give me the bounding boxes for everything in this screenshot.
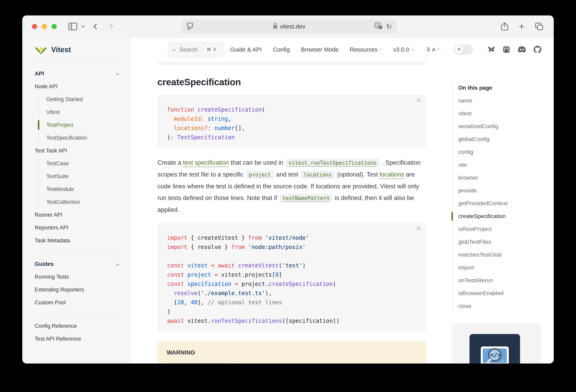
sidebar-item-vitest[interactable]: Vitest — [38, 106, 120, 119]
outline-item-vitest[interactable]: vitest — [458, 107, 547, 120]
discord-icon[interactable] — [518, 46, 526, 53]
sidebar-toggle-icon[interactable] — [68, 23, 77, 30]
outline-item-matchestestglob[interactable]: matchesTestGlob — [458, 248, 547, 261]
code-search-monitor-illustration: </> — [469, 334, 520, 363]
sidebar-item-running-tests[interactable]: Running Tests — [35, 271, 120, 283]
chevron-down-icon — [116, 262, 119, 266]
sidebar-item-testsuite[interactable]: TestSuite — [38, 170, 120, 183]
sidebar-item-node-api[interactable]: Node API — [35, 80, 120, 93]
code-line: const project = vitest.projects[0] — [167, 270, 417, 279]
nav-item-v3-0-0[interactable]: v3.0.0 — [393, 46, 413, 53]
sidebar-item-testproject[interactable]: TestProject — [38, 119, 120, 131]
code-line: [20, 40], // optional test lines — [167, 298, 417, 307]
sidebar-item-reporters-api[interactable]: Reporters API — [35, 221, 120, 234]
sidebar-item-test-task-api[interactable]: Test Task API — [35, 144, 120, 157]
nav-item-resources[interactable]: Resources — [350, 46, 382, 53]
nav-item-browser-mode[interactable]: Browser Mode — [301, 46, 339, 53]
outline-item-vite[interactable]: vite — [458, 158, 547, 171]
url-text: vitest.dev — [280, 23, 305, 30]
doc-paragraph: Create a test specification that can be … — [157, 157, 426, 216]
outline-item-close[interactable]: close — [458, 300, 547, 313]
back-button[interactable] — [94, 25, 98, 29]
new-tab-button[interactable]: + — [519, 22, 524, 31]
site-header: ⌕ Search ⌘ K Guide & APIConfigBrowser Mo… — [131, 38, 554, 61]
sidebar-item-runner-api[interactable]: Runner API — [35, 209, 120, 221]
outline-item-getprovidedcontext[interactable]: getProvidedContext — [458, 197, 547, 210]
outline-item-serializedconfig[interactable]: serializedConfig — [458, 120, 547, 133]
sidebar-item-test-api-reference[interactable]: Test API Reference — [35, 332, 120, 345]
lock-icon — [273, 23, 278, 30]
outline-item-provide[interactable]: provide — [458, 184, 547, 197]
sidebar-item-testmodule[interactable]: TestModule — [38, 183, 120, 196]
code-line: ): TestSpecification — [167, 133, 417, 142]
sidebar-item-custom-pool[interactable]: Custom Pool — [35, 296, 120, 309]
code-link[interactable]: vitest.runTestSpecifications — [286, 159, 379, 167]
chevron-down-icon — [116, 72, 119, 75]
warning-title: WARNING — [167, 349, 417, 356]
back-arrow-icon — [93, 24, 99, 29]
outline-item-createspecification[interactable]: createSpecification — [458, 210, 547, 223]
code-lines: import { createVitest } from 'vitest/nod… — [167, 233, 417, 326]
address-bar[interactable]: vitest.dev Ax̄ ↻ — [182, 19, 396, 33]
code-language-label: ts — [417, 97, 421, 103]
code-span: createSpecification — [167, 363, 232, 363]
outline-item-config[interactable]: config — [458, 146, 547, 158]
tab-overview-icon[interactable] — [535, 23, 543, 30]
language-icon[interactable]: x̄A — [427, 46, 439, 53]
chevron-down-icon[interactable] — [81, 24, 85, 28]
close-window-button[interactable] — [32, 24, 37, 29]
browser-window: vitest.dev Ax̄ ↻ + — [22, 15, 554, 363]
code-lines: function createSpecification( moduleId: … — [167, 105, 417, 142]
sidebar-item-config-reference[interactable]: Config Reference — [35, 320, 120, 332]
sidebar-item-testcollection[interactable]: TestCollection — [38, 196, 120, 209]
vitest-logo-icon — [35, 44, 47, 56]
outline-item-isbrowserenabled[interactable]: isBrowserEnabled — [458, 287, 547, 300]
zoom-window-button[interactable] — [52, 24, 57, 29]
doc-link[interactable]: test specification — [183, 159, 229, 166]
outline-item-browser[interactable]: browser — [458, 171, 547, 184]
sidebar: Vitest APINode APIGetting StartedVitestT… — [22, 38, 131, 363]
doc-article: createSpecification ts function createSp… — [157, 61, 426, 363]
main-nav: Guide & APIConfigBrowser ModeResourcesv3… — [230, 46, 413, 53]
mastodon-icon[interactable] — [503, 46, 510, 53]
code-line: const specification = project.createSpec… — [167, 279, 417, 289]
logo-text: Vitest — [51, 46, 71, 54]
sidebar-section-guides[interactable]: Guides — [35, 258, 120, 271]
sidebar-item-task-metadata[interactable]: Task Metadata — [35, 234, 120, 247]
logo[interactable]: Vitest — [35, 43, 120, 57]
code-link[interactable]: testNamePattern — [280, 194, 332, 202]
browser-chrome: vitest.dev Ax̄ ↻ + — [22, 15, 554, 37]
github-icon[interactable] — [534, 46, 541, 53]
sidebar-item-testspecification[interactable]: TestSpecification — [38, 131, 120, 144]
code-language-label: ts — [417, 226, 421, 231]
minimize-window-button[interactable] — [42, 24, 47, 29]
previous-code-block-partial — [157, 61, 426, 65]
nav-item-guide-api[interactable]: Guide & API — [230, 46, 262, 53]
code-span: project — [246, 171, 274, 179]
sidebar-section-api[interactable]: API — [35, 67, 120, 80]
outline-item-globalconfig[interactable]: globalConfig — [458, 133, 547, 146]
code-line: moduleId: string, — [167, 114, 417, 123]
outline-title: On this page — [458, 81, 547, 94]
sidebar-item-testcase[interactable]: TestCase — [38, 157, 120, 170]
sidebar-item-extending-reporters[interactable]: Extending Reporters — [35, 283, 120, 296]
sponsor-card[interactable]: </> — [452, 323, 541, 363]
doc-link[interactable]: locations — [380, 171, 404, 178]
forward-button[interactable] — [108, 25, 112, 29]
forward-arrow-icon — [108, 24, 113, 29]
share-icon[interactable] — [501, 22, 508, 31]
outline-item-globtestfiles[interactable]: globTestFiles — [458, 236, 547, 248]
outline-item-isrootproject[interactable]: isRootProject — [458, 223, 547, 236]
sun-icon: ☀ — [455, 45, 463, 54]
search-button[interactable]: ⌕ Search ⌘ K — [168, 41, 224, 58]
outline-item-name[interactable]: name — [458, 94, 547, 107]
outline-item-ontestsrerun[interactable]: onTestsRerun — [458, 274, 547, 287]
outline-item-import[interactable]: import — [458, 261, 547, 274]
theme-toggle[interactable]: ☀ — [454, 45, 473, 55]
code-span: locations — [301, 171, 335, 179]
divider — [480, 46, 480, 53]
bluesky-icon[interactable] — [488, 46, 495, 53]
nav-item-config[interactable]: Config — [273, 46, 290, 53]
sidebar-item-getting-started[interactable]: Getting Started — [38, 93, 120, 106]
code-line: function createSpecification( — [167, 105, 417, 114]
